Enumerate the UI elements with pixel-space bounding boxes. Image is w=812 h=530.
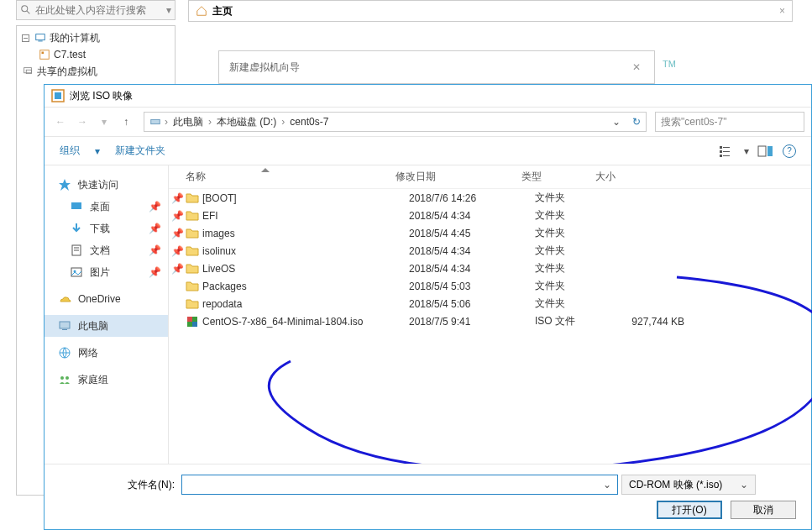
- tree-vm[interactable]: C7.test: [39, 46, 170, 63]
- sidebar-documents[interactable]: 文档📌: [45, 239, 168, 261]
- home-icon: [196, 5, 207, 17]
- computer-icon: [34, 32, 46, 44]
- svg-marker-19: [59, 179, 71, 191]
- breadcrumb-path[interactable]: › 此电脑› 本地磁盘 (D:)› cent0s-7 ⌄ ↻: [144, 112, 647, 132]
- chevron-down-icon: ⌄: [740, 479, 748, 491]
- file-row[interactable]: 📌images2018/5/4 4:45文件夹: [169, 224, 811, 242]
- help-icon[interactable]: ?: [783, 144, 796, 158]
- nav-up-icon[interactable]: ↑: [117, 113, 135, 131]
- file-type: 文件夹: [518, 226, 592, 240]
- tree-shared[interactable]: 共享的虚拟机: [22, 63, 170, 80]
- svg-point-30: [65, 376, 69, 380]
- new-folder-button[interactable]: 新建文件夹: [115, 144, 165, 158]
- homegroup-icon: [58, 373, 71, 386]
- file-date: 2018/5/4 4:45: [392, 228, 518, 239]
- preview-pane-icon[interactable]: [757, 144, 774, 158]
- file-date: 2018/5/4 4:34: [392, 263, 518, 275]
- crumb-pc[interactable]: 此电脑: [171, 115, 205, 129]
- svg-rect-2: [36, 34, 45, 40]
- file-row[interactable]: 📌[BOOT]2018/7/6 14:26文件夹: [169, 189, 811, 207]
- dialog-title: 浏览 ISO 映像: [70, 89, 133, 103]
- onedrive-icon: [58, 292, 71, 306]
- pin-icon: 📌: [169, 228, 186, 239]
- pin-icon: 📌: [149, 201, 161, 213]
- file-row[interactable]: Packages2018/5/4 5:03文件夹: [169, 277, 811, 295]
- sidebar-onedrive[interactable]: OneDrive: [45, 288, 168, 310]
- tm-text: TM: [663, 59, 676, 69]
- file-date: 2018/5/4 5:03: [392, 281, 518, 292]
- file-row[interactable]: 📌isolinux2018/5/4 4:34文件夹: [169, 242, 811, 260]
- computer-icon: [58, 319, 71, 333]
- tab-home[interactable]: 主页: [212, 4, 233, 18]
- file-date: 2018/5/4 5:06: [392, 298, 518, 310]
- svg-point-0: [22, 6, 28, 12]
- folder-icon: [186, 227, 199, 240]
- file-type: 文件夹: [518, 296, 592, 311]
- pin-icon: 📌: [149, 244, 161, 256]
- crumb-disk[interactable]: 本地磁盘 (D:): [215, 115, 278, 129]
- col-name[interactable]: 名称: [169, 170, 379, 184]
- nav-back-icon[interactable]: ←: [51, 113, 70, 131]
- desktop-icon: [70, 200, 83, 213]
- file-row[interactable]: 📌LiveOS2018/5/4 4:34文件夹: [169, 260, 811, 277]
- sidebar-pictures[interactable]: 图片📌: [45, 261, 168, 283]
- file-row[interactable]: CentOS-7-x86_64-Minimal-1804.iso2018/7/5…: [169, 312, 811, 330]
- col-type[interactable]: 类型: [505, 170, 579, 184]
- open-button[interactable]: 打开(O): [657, 501, 722, 519]
- svg-rect-20: [71, 202, 81, 209]
- wizard-title: 新建虚拟机向导: [229, 60, 300, 75]
- organize-button[interactable]: 组织: [60, 144, 80, 158]
- filter-combo[interactable]: CD-ROM 映像 (*.iso)⌄: [621, 475, 756, 495]
- sidebar-thispc[interactable]: 此电脑: [45, 315, 168, 337]
- vm-icon: [39, 49, 50, 60]
- sidebar-homegroup[interactable]: 家庭组: [45, 369, 168, 391]
- svg-rect-12: [723, 147, 730, 148]
- svg-rect-5: [42, 52, 45, 55]
- app-search-input[interactable]: [35, 4, 166, 16]
- documents-icon: [70, 244, 83, 257]
- sidebar-desktop[interactable]: 桌面📌: [45, 196, 168, 218]
- path-dropdown-icon[interactable]: ⌄: [609, 116, 624, 128]
- folder-icon: [186, 192, 199, 205]
- sidebar-network[interactable]: 网络: [45, 342, 168, 364]
- cancel-button[interactable]: 取消: [731, 501, 796, 519]
- folder-icon: [186, 244, 199, 258]
- pin-icon: 📌: [149, 266, 161, 278]
- folder-search[interactable]: 搜索"cent0s-7": [655, 112, 804, 132]
- file-row[interactable]: 📌EFI2018/5/4 4:34文件夹: [169, 207, 811, 224]
- pin-icon: 📌: [169, 245, 186, 257]
- sidebar-downloads[interactable]: 下载📌: [45, 218, 168, 239]
- crumb-folder[interactable]: cent0s-7: [288, 116, 330, 128]
- tab-close-icon[interactable]: ×: [779, 5, 785, 17]
- file-date: 2018/5/4 4:34: [392, 245, 518, 257]
- star-icon: [58, 178, 71, 192]
- nav-drop-icon[interactable]: ▾: [95, 113, 113, 131]
- filename-input[interactable]: [181, 475, 618, 495]
- refresh-icon[interactable]: ↻: [632, 116, 641, 128]
- svg-rect-33: [192, 322, 197, 327]
- col-size[interactable]: 大小: [579, 170, 663, 184]
- col-date[interactable]: 修改日期: [379, 170, 505, 184]
- vmware-icon: [51, 89, 65, 102]
- svg-rect-32: [187, 317, 192, 322]
- dialog-titlebar: 浏览 ISO 映像: [45, 85, 811, 107]
- file-date: 2018/7/6 14:26: [392, 192, 518, 204]
- file-name: Packages: [199, 281, 392, 292]
- collapse-icon[interactable]: [22, 34, 29, 42]
- tree-root[interactable]: 我的计算机: [22, 29, 170, 46]
- filename-dropdown-icon[interactable]: ⌄: [603, 479, 611, 491]
- svg-rect-14: [723, 151, 730, 152]
- view-mode-icon[interactable]: [719, 144, 736, 158]
- svg-rect-13: [720, 150, 722, 153]
- search-dropdown-icon[interactable]: ▾: [166, 4, 171, 16]
- close-icon[interactable]: ✕: [629, 58, 644, 76]
- svg-rect-17: [758, 146, 766, 156]
- file-name: [BOOT]: [199, 192, 392, 204]
- places-sidebar: 快速访问 桌面📌 下载📌 文档📌 图片📌 OneDrive 此电脑 网络 家庭组: [45, 165, 169, 466]
- file-row[interactable]: repodata2018/5/4 5:06文件夹: [169, 295, 811, 312]
- sidebar-quick-access[interactable]: 快速访问: [45, 174, 168, 196]
- app-search[interactable]: ▾: [16, 0, 175, 20]
- pin-icon: 📌: [169, 263, 186, 275]
- nav-fwd-icon: →: [73, 113, 92, 131]
- svg-rect-10: [151, 119, 160, 123]
